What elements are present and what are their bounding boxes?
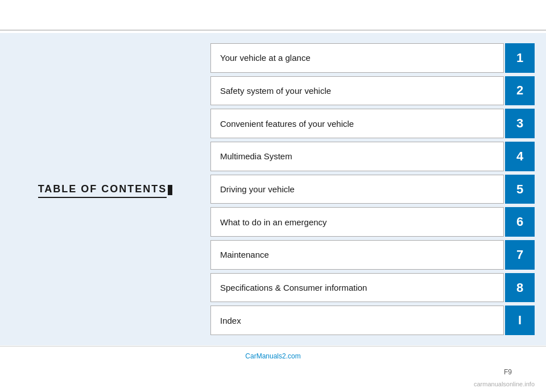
toc-item[interactable]: Specifications & Consumer information8 [210,273,535,303]
toc-item[interactable]: Driving your vehicle5 [210,175,535,204]
toc-item[interactable]: Convenient features of your vehicle3 [210,109,535,138]
toc-item-label: Specifications & Consumer information [210,273,504,303]
toc-item-label: Your vehicle at a glance [210,43,504,73]
main-content: TABLE OF CONTENTS Your vehicle at a glan… [0,33,546,345]
toc-item-label: Driving your vehicle [210,175,504,204]
toc-title-container: TABLE OF CONTENTS [38,183,173,195]
page-number: F9 [504,368,512,376]
toc-item[interactable]: IndexI [210,306,535,335]
toc-item-number: 2 [505,76,535,106]
site-watermark: carmanualsonline.info [474,381,535,387]
toc-item-label: Maintenance [210,240,504,270]
right-panel: Your vehicle at a glance1Safety system o… [210,33,546,345]
toc-item[interactable]: What to do in an emergency6 [210,207,535,237]
toc-item[interactable]: Maintenance7 [210,240,535,270]
toc-item-number: 3 [505,109,535,138]
toc-item-number: 1 [505,43,535,73]
toc-item-label: Convenient features of your vehicle [210,109,504,138]
toc-item-label: What to do in an emergency [210,207,504,237]
watermark: CarManuals2.com [245,352,300,360]
toc-item-label: Index [210,306,504,335]
bottom-divider [0,346,546,347]
toc-item-number: 6 [505,207,535,237]
cursor-icon [168,185,172,195]
toc-item-number: 8 [505,273,535,303]
toc-item-number: 5 [505,175,535,204]
left-panel: TABLE OF CONTENTS [0,33,210,345]
toc-item[interactable]: Safety system of your vehicle2 [210,76,535,106]
toc-item-number: 7 [505,240,535,270]
toc-item-label: Multimedia System [210,142,504,171]
toc-item[interactable]: Your vehicle at a glance1 [210,43,535,73]
top-divider [0,30,546,31]
toc-item-number: 4 [505,142,535,171]
toc-item-number: I [505,306,535,335]
toc-item[interactable]: Multimedia System4 [210,142,535,171]
toc-title: TABLE OF CONTENTS [38,183,167,198]
toc-item-label: Safety system of your vehicle [210,76,504,106]
